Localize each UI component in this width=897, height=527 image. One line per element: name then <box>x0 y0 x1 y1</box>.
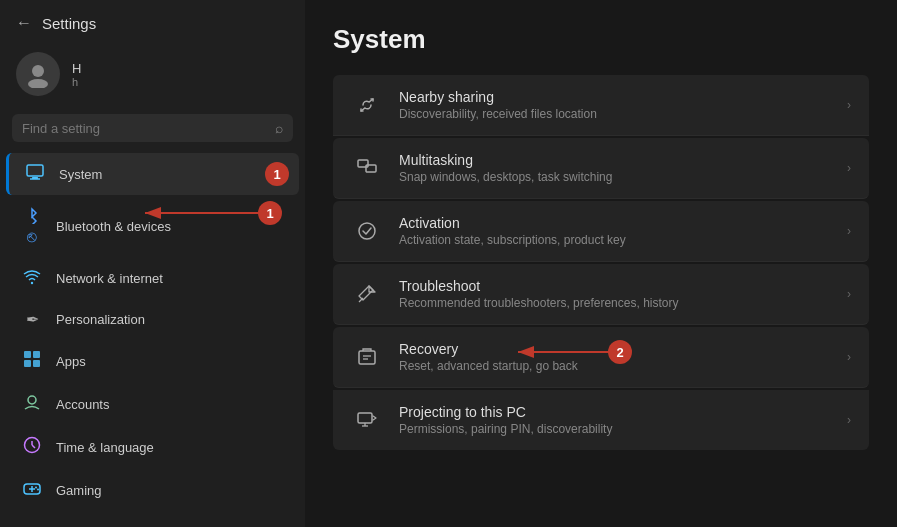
nearby-sharing-chevron: › <box>847 98 851 112</box>
sidebar-item-time[interactable]: Time & language <box>6 426 299 468</box>
multitasking-desc: Snap windows, desktops, task switching <box>399 170 831 184</box>
settings-list: Nearby sharing Discoverability, received… <box>333 75 869 450</box>
svg-point-1 <box>28 79 48 88</box>
sidebar-item-gaming[interactable]: Gaming <box>6 469 299 511</box>
back-button[interactable]: ← <box>16 14 32 32</box>
recovery-icon <box>351 341 383 373</box>
nav-items: System 1 ⎋ Bluetooth & devices <box>0 152 305 527</box>
user-section: H h <box>0 42 305 110</box>
svg-rect-10 <box>33 360 40 367</box>
bluetooth-icon: ⎋ <box>22 206 42 246</box>
sidebar: ← Settings H h ⌕ Syst <box>0 0 305 527</box>
sidebar-item-label-apps: Apps <box>56 354 86 369</box>
sidebar-item-label-gaming: Gaming <box>56 483 102 498</box>
multitasking-icon <box>351 152 383 184</box>
settings-item-troubleshoot[interactable]: Troubleshoot Recommended troubleshooters… <box>333 264 869 325</box>
sidebar-item-personalization[interactable]: ✒ Personalization <box>6 300 299 339</box>
settings-item-activation[interactable]: Activation Activation state, subscriptio… <box>333 201 869 262</box>
activation-desc: Activation state, subscriptions, product… <box>399 233 831 247</box>
settings-item-multitasking[interactable]: Multitasking Snap windows, desktops, tas… <box>333 138 869 199</box>
activation-text: Activation Activation state, subscriptio… <box>399 215 831 247</box>
troubleshoot-title: Troubleshoot <box>399 278 831 294</box>
apps-icon <box>22 350 42 372</box>
svg-point-22 <box>359 223 375 239</box>
personalization-icon: ✒ <box>22 310 42 329</box>
gaming-icon <box>22 479 42 501</box>
projecting-chevron: › <box>847 413 851 427</box>
troubleshoot-chevron: › <box>847 287 851 301</box>
accounts-icon <box>22 393 42 415</box>
nearby-sharing-text: Nearby sharing Discoverability, received… <box>399 89 831 121</box>
svg-rect-7 <box>24 351 31 358</box>
user-info: H h <box>72 61 81 88</box>
svg-point-19 <box>37 489 39 491</box>
settings-item-recovery[interactable]: Recovery Reset, advanced startup, go bac… <box>333 327 869 388</box>
main-content: System Nearby sharing Discoverability, r… <box>305 0 897 527</box>
troubleshoot-desc: Recommended troubleshooters, preferences… <box>399 296 831 310</box>
sidebar-item-label-personalization: Personalization <box>56 312 145 327</box>
avatar <box>16 52 60 96</box>
activation-title: Activation <box>399 215 831 231</box>
sidebar-item-system[interactable]: System 1 <box>6 153 299 195</box>
system-icon <box>25 163 45 185</box>
settings-item-nearby-sharing[interactable]: Nearby sharing Discoverability, received… <box>333 75 869 136</box>
activation-icon <box>351 215 383 247</box>
troubleshoot-text: Troubleshoot Recommended troubleshooters… <box>399 278 831 310</box>
sidebar-header: ← Settings <box>0 0 305 42</box>
sidebar-item-label-network: Network & internet <box>56 271 163 286</box>
multitasking-chevron: › <box>847 161 851 175</box>
recovery-chevron: › <box>847 350 851 364</box>
sidebar-item-network[interactable]: Network & internet <box>6 257 299 299</box>
settings-item-projecting[interactable]: Projecting to this PC Permissions, pairi… <box>333 390 869 450</box>
svg-point-0 <box>32 65 44 77</box>
svg-rect-8 <box>33 351 40 358</box>
sidebar-item-accounts[interactable]: Accounts <box>6 383 299 425</box>
svg-point-11 <box>28 396 36 404</box>
time-icon <box>22 436 42 458</box>
sidebar-item-apps[interactable]: Apps <box>6 340 299 382</box>
sidebar-item-label-system: System <box>59 167 102 182</box>
multitasking-text: Multitasking Snap windows, desktops, tas… <box>399 152 831 184</box>
sidebar-item-label-accounts: Accounts <box>56 397 109 412</box>
svg-point-18 <box>35 487 37 489</box>
troubleshoot-icon <box>351 278 383 310</box>
user-name: H <box>72 61 81 76</box>
sidebar-item-bluetooth[interactable]: ⎋ Bluetooth & devices <box>6 196 299 256</box>
svg-point-6 <box>31 282 33 284</box>
page-title: System <box>333 24 869 55</box>
search-input[interactable] <box>22 121 267 136</box>
projecting-icon <box>351 404 383 436</box>
network-icon <box>22 267 42 289</box>
projecting-title: Projecting to this PC <box>399 404 831 420</box>
svg-line-14 <box>32 445 35 448</box>
search-icon: ⌕ <box>275 120 283 136</box>
projecting-desc: Permissions, pairing PIN, discoverabilit… <box>399 422 831 436</box>
svg-rect-27 <box>358 413 372 423</box>
search-bar[interactable]: ⌕ <box>12 114 293 142</box>
nearby-sharing-title: Nearby sharing <box>399 89 831 105</box>
multitasking-title: Multitasking <box>399 152 831 168</box>
user-email: h <box>72 76 81 88</box>
system-badge: 1 <box>265 162 289 186</box>
projecting-text: Projecting to this PC Permissions, pairi… <box>399 404 831 436</box>
svg-rect-9 <box>24 360 31 367</box>
activation-chevron: › <box>847 224 851 238</box>
recovery-text: Recovery Reset, advanced startup, go bac… <box>399 341 831 373</box>
sidebar-item-label-bluetooth: Bluetooth & devices <box>56 219 171 234</box>
svg-rect-24 <box>359 351 375 364</box>
nearby-sharing-desc: Discoverability, received files location <box>399 107 831 121</box>
nearby-sharing-icon <box>351 89 383 121</box>
sidebar-item-label-time: Time & language <box>56 440 154 455</box>
settings-title: Settings <box>42 15 96 32</box>
recovery-title: Recovery <box>399 341 831 357</box>
recovery-desc: Reset, advanced startup, go back <box>399 359 831 373</box>
svg-rect-2 <box>27 165 43 176</box>
